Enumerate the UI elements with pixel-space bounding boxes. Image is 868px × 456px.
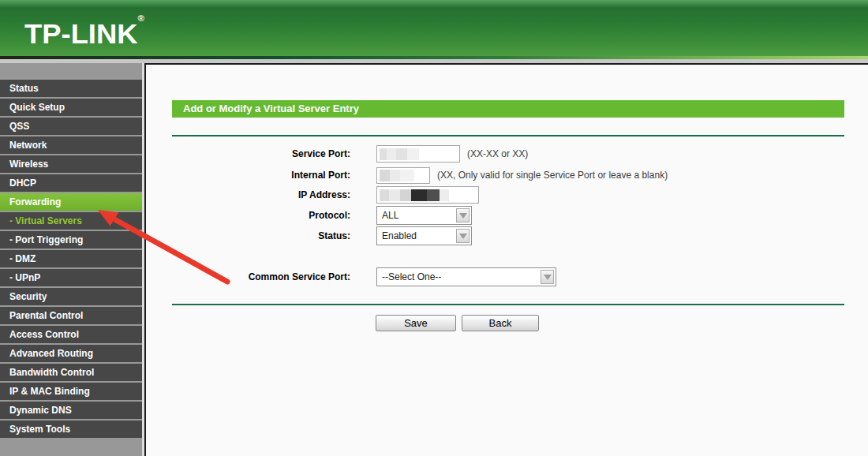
registered-trademark-icon: ® [138, 13, 144, 23]
sidebar-item-label: - Virtual Servers [9, 215, 82, 226]
sidebar-item-network[interactable]: Network [0, 136, 142, 154]
service-port-label: Service Port: [146, 148, 350, 159]
protocol-row: Protocol: ALL [146, 206, 472, 225]
status-label: Status: [146, 230, 350, 241]
sidebar-item-label: - UPnP [9, 272, 40, 283]
sidebar-item-bandwidth-control[interactable]: Bandwidth Control [0, 364, 142, 381]
sidebar-item-status[interactable]: Status [0, 80, 142, 97]
ip-address-label: IP Address: [146, 189, 350, 200]
sidebar-item-label: Network [9, 140, 47, 151]
protocol-label: Protocol: [146, 210, 350, 221]
sidebar-item-label: Wireless [9, 159, 48, 170]
sidebar-item-security[interactable]: Security [0, 288, 142, 305]
sidebar-item-advanced-routing[interactable]: Advanced Routing [0, 345, 142, 362]
common-service-port-dropdown-button[interactable] [541, 270, 554, 284]
sidebar-item-label: QSS [9, 121, 29, 132]
ip-address-redacted-value [380, 189, 449, 201]
protocol-dropdown-button[interactable] [456, 208, 470, 222]
tp-link-logo: TP-LINK® [24, 13, 144, 50]
sidebar-item-dhcp[interactable]: DHCP [0, 174, 142, 192]
bottom-divider-line [172, 304, 844, 305]
internal-port-label: Internal Port: [146, 170, 350, 181]
sidebar-item-label: DHCP [9, 178, 36, 189]
sidebar-item-label: - Port Triggering [9, 234, 83, 245]
internal-port-hint: (XX, Only valid for single Service Port … [437, 170, 668, 181]
sidebar-item-dmz[interactable]: - DMZ [0, 250, 142, 267]
service-port-input[interactable] [376, 145, 460, 163]
internal-port-input[interactable] [376, 167, 430, 184]
service-port-row: Service Port: (XX-XX or XX) [146, 144, 528, 163]
ip-address-row: IP Address: [146, 185, 479, 204]
sidebar-item-label: Bandwidth Control [9, 367, 94, 378]
save-button[interactable]: Save [376, 315, 456, 331]
sidebar-item-virtual-servers[interactable]: - Virtual Servers [0, 212, 142, 230]
ip-address-input[interactable] [376, 186, 479, 204]
chevron-down-icon [459, 234, 467, 239]
status-dropdown-button[interactable] [456, 229, 470, 243]
common-service-port-select[interactable]: --Select One-- [376, 267, 556, 286]
common-service-port-selected-value: --Select One-- [382, 271, 441, 282]
sidebar-item-port-triggering[interactable]: - Port Triggering [0, 231, 142, 249]
status-selected-value: Enabled [382, 230, 417, 241]
sidebar-item-wireless[interactable]: Wireless [0, 155, 142, 173]
sidebar-item-quick-setup[interactable]: Quick Setup [0, 99, 142, 116]
common-service-port-row: Common Service Port: --Select One-- [146, 267, 556, 286]
main-content: Add or Modify a Virtual Server Entry Ser… [144, 63, 868, 456]
sidebar-item-label: - DMZ [9, 253, 36, 264]
internal-port-row: Internal Port: (XX, Only valid for singl… [146, 166, 668, 185]
router-admin-page: TP-LINK® Status Quick Setup QSS Network [0, 0, 868, 456]
app-header: TP-LINK® [0, 0, 868, 56]
sidebar-item-qss[interactable]: QSS [0, 118, 142, 135]
sidebar-item-label: Access Control [9, 329, 79, 340]
sidebar-item-label: Security [9, 291, 47, 302]
common-service-port-label: Common Service Port: [146, 271, 350, 282]
sidebar-item-label: Parental Control [9, 310, 83, 321]
sidebar-item-label: Dynamic DNS [9, 405, 72, 416]
sidebar-item-label: Forwarding [9, 196, 61, 207]
sidebar-item-label: Quick Setup [9, 102, 65, 113]
sidebar-item-access-control[interactable]: Access Control [0, 326, 142, 343]
sidebar-item-label: Status [9, 83, 39, 94]
logo-text: TP-LINK [24, 18, 138, 49]
status-row: Status: Enabled [146, 226, 472, 245]
sidebar-menu: Status Quick Setup QSS Network Wireless [0, 63, 142, 456]
sidebar-item-label: System Tools [9, 424, 70, 435]
sidebar-item-system-tools[interactable]: System Tools [0, 420, 142, 438]
service-port-hint: (XX-XX or XX) [467, 148, 528, 159]
sidebar-item-label: Advanced Routing [9, 348, 93, 359]
status-select[interactable]: Enabled [376, 226, 472, 245]
body-row: Status Quick Setup QSS Network Wireless [0, 63, 868, 456]
internal-port-redacted-value [380, 170, 414, 181]
top-divider-line [172, 135, 844, 136]
sidebar-item-label: IP & MAC Binding [9, 386, 90, 397]
sidebar-item-parental-control[interactable]: Parental Control [0, 307, 142, 324]
sidebar-item-upnp[interactable]: - UPnP [0, 269, 142, 286]
service-port-redacted-value [380, 148, 419, 160]
chevron-down-icon [459, 213, 467, 219]
sidebar-item-forwarding[interactable]: Forwarding [0, 193, 142, 211]
chevron-down-icon [544, 275, 552, 280]
sidebar-item-ip-mac-binding[interactable]: IP & MAC Binding [0, 383, 142, 400]
back-button[interactable]: Back [462, 315, 539, 331]
page-title: Add or Modify a Virtual Server Entry [172, 100, 844, 118]
protocol-select[interactable]: ALL [376, 206, 472, 225]
protocol-selected-value: ALL [382, 210, 398, 221]
sidebar-item-dynamic-dns[interactable]: Dynamic DNS [0, 402, 142, 419]
